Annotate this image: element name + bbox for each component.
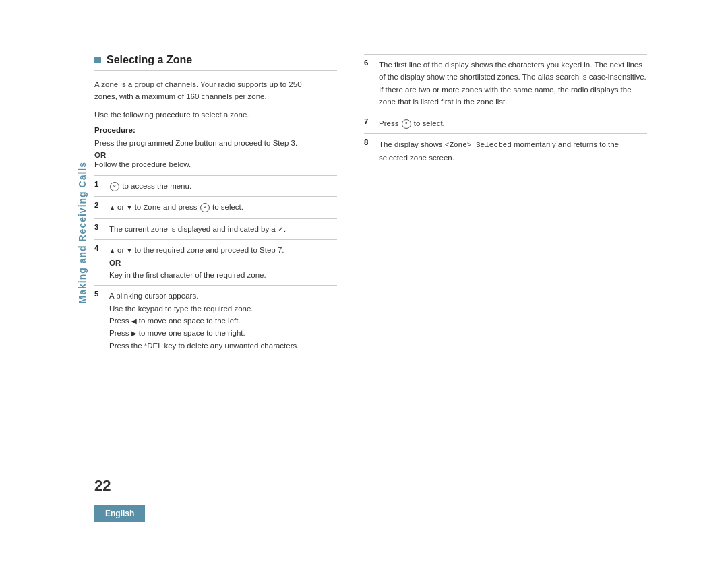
procedure-step1: Press the programmed Zone button and pro… — [94, 137, 337, 149]
step-4-num: 4 — [94, 244, 104, 252]
step-7: 7 Press ⚬ to select. — [364, 113, 647, 133]
step-3-num: 3 — [94, 223, 104, 231]
step-8-num: 8 — [364, 138, 373, 164]
step-5-num: 5 — [94, 290, 104, 298]
arrow-down-icon-2: ▼ — [127, 203, 133, 212]
step-5: 5 A blinking cursor appears. Use the key… — [94, 285, 337, 356]
section-heading: Selecting a Zone — [94, 54, 337, 71]
step-4-sub: Key in the first character of the requir… — [109, 269, 337, 281]
procedure-or: OR — [94, 151, 337, 159]
intro-line3: Use the following procedure to select a … — [94, 108, 337, 121]
checkmark-icon: ✓ — [278, 225, 284, 233]
step-4-or: OR — [109, 257, 337, 269]
ok-icon-7: ⚬ — [402, 119, 411, 129]
page-container: Making and Receiving Calls Selecting a Z… — [0, 0, 728, 562]
content-area: Selecting a Zone A zone is a group of ch… — [94, 54, 647, 356]
two-columns: Selecting a Zone A zone is a group of ch… — [94, 54, 647, 356]
step-2-content: ▲ or ▼ to Zone and press ⚬ to select. — [109, 201, 337, 214]
step-5-sub2: Press ◀ to move one space to the left. — [109, 315, 337, 327]
arrow-right-icon: ▶ — [131, 328, 137, 339]
step-6: 6 The first line of the display shows th… — [364, 54, 647, 113]
section-icon — [94, 57, 101, 63]
step-6-num: 6 — [364, 59, 373, 108]
step-5-sub3: Press ▶ to move one space to the right. — [109, 327, 337, 339]
arrow-up-icon-4: ▲ — [109, 246, 115, 255]
right-column: 6 The first line of the display shows th… — [364, 54, 647, 356]
step-5-content: A blinking cursor appears. Use the keypa… — [109, 290, 337, 352]
step-7-num: 7 — [364, 117, 373, 129]
step-1-content: ⚬ to access the menu. — [109, 180, 337, 192]
sidebar-label-text: Making and Receiving Calls — [77, 162, 88, 303]
intro-text: A zone is a group of channels. Your radi… — [94, 78, 337, 103]
intro-line2: zones, with a maximum of 160 channels pe… — [94, 92, 267, 100]
language-badge: English — [94, 505, 145, 522]
left-column: Selecting a Zone A zone is a group of ch… — [94, 54, 337, 356]
ok-icon-2: ⚬ — [200, 203, 210, 212]
procedure-label: Procedure: — [94, 126, 337, 134]
step-7-content: Press ⚬ to select. — [379, 117, 647, 129]
ok-icon-1: ⚬ — [110, 182, 119, 191]
section-title: Selecting a Zone — [107, 54, 192, 66]
arrow-left-icon: ◀ — [131, 316, 137, 327]
follow-text: Follow the procedure below. — [94, 160, 337, 168]
zone-selected-text: <Zone> Selected — [445, 141, 512, 149]
step-1-num: 1 — [94, 180, 104, 188]
step-2: 2 ▲ or ▼ to Zone and press ⚬ to select. — [94, 196, 337, 218]
arrow-up-icon-2: ▲ — [109, 203, 115, 212]
arrow-down-icon-4: ▼ — [127, 246, 133, 255]
sidebar-label: Making and Receiving Calls — [73, 108, 92, 357]
step-3: 3 The current zone is displayed and indi… — [94, 218, 337, 240]
page-number: 22 — [94, 477, 111, 495]
step-8: 8 The display shows <Zone> Selected mome… — [364, 133, 647, 168]
step-5-sub1: Use the keypad to type the required zone… — [109, 303, 337, 315]
step-5-sub4: Press the *DEL key to delete any unwante… — [109, 340, 337, 352]
step-6-content: The first line of the display shows the … — [379, 59, 647, 108]
step-1: 1 ⚬ to access the menu. — [94, 175, 337, 196]
step-8-content: The display shows <Zone> Selected moment… — [379, 138, 647, 164]
intro-line1: A zone is a group of channels. Your radi… — [94, 80, 302, 88]
step-4-content: ▲ or ▼ to the required zone and proceed … — [109, 244, 337, 281]
step-3-content: The current zone is displayed and indica… — [109, 223, 337, 236]
step-2-num: 2 — [94, 201, 104, 209]
step-4: 4 ▲ or ▼ to the required zone and procee… — [94, 239, 337, 285]
